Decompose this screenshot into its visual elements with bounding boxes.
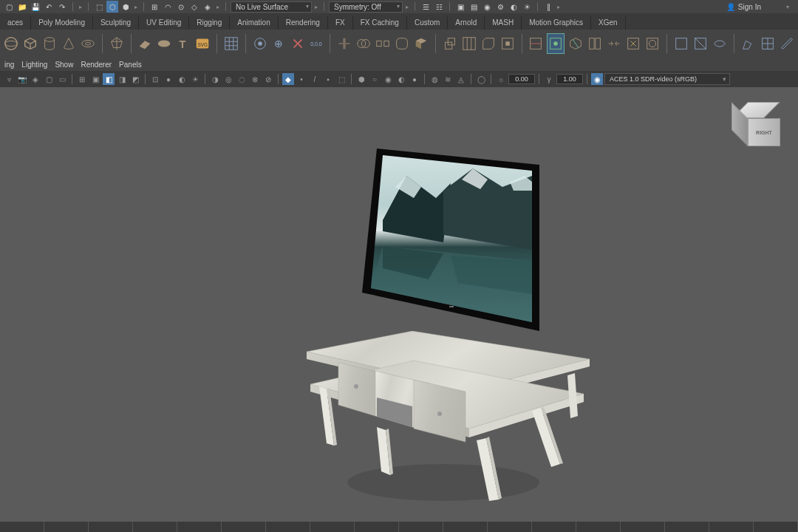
all-lights-icon[interactable]: ◉ (382, 73, 394, 85)
poly-cube-icon[interactable] (22, 33, 38, 54)
tab-sculpting[interactable]: Sculpting (93, 16, 139, 30)
tab-rendering[interactable]: Rendering (279, 16, 328, 30)
tab-custom[interactable]: Custom (407, 16, 448, 30)
poly-disc-icon[interactable] (156, 33, 172, 54)
camera-settings-icon[interactable]: 📷 (16, 73, 28, 85)
live-surface-dropdown[interactable]: No Live Surface (231, 1, 312, 13)
viewcube-front-label[interactable]: RIGHT (748, 118, 780, 146)
hypershade-icon[interactable]: ◐ (508, 1, 519, 13)
safe-action-icon[interactable]: ◩ (129, 73, 141, 85)
retopo-icon[interactable] (760, 33, 776, 54)
paint-select-icon[interactable]: ⬢ (120, 1, 132, 13)
select-tool-icon[interactable]: ⬚ (93, 1, 105, 13)
bookmark-icon[interactable]: ◈ (30, 73, 41, 85)
gamma-icon[interactable]: γ (543, 73, 555, 85)
depth-of-field-icon[interactable]: ◯ (475, 73, 487, 85)
crease-icon[interactable] (692, 33, 709, 54)
extrude-icon[interactable] (442, 33, 458, 54)
ipr-render-icon[interactable]: ◉ (481, 1, 493, 13)
field-chart-icon[interactable]: ◨ (116, 73, 128, 85)
face-mode-icon[interactable]: ▪ (322, 73, 334, 85)
xray-icon[interactable]: ◌ (236, 73, 248, 85)
edge-mode-icon[interactable]: / (309, 73, 321, 85)
exposure-icon[interactable]: ☼ (495, 73, 507, 85)
tab-animation[interactable]: Animation (230, 16, 278, 30)
history-off-icon[interactable]: ☷ (433, 1, 445, 13)
mirror-icon[interactable] (336, 33, 352, 54)
tab-motion-graphics[interactable]: Motion Graphics (522, 16, 591, 30)
poly-plane-icon[interactable] (137, 33, 153, 54)
multi-icon[interactable]: ⬢ (355, 73, 367, 85)
shadows-icon[interactable]: ◑ (209, 73, 221, 85)
collapse-icon[interactable] (625, 33, 641, 54)
symmetry-dropdown[interactable]: Symmetry: Off (329, 1, 403, 13)
xray-components-icon[interactable]: ⊘ (262, 73, 274, 85)
smooth-proxy-icon[interactable] (644, 33, 661, 54)
connect-icon[interactable] (567, 33, 584, 54)
boolean-icon[interactable] (413, 33, 429, 54)
tab-mash[interactable]: MASH (485, 16, 522, 30)
detach-icon[interactable] (587, 33, 603, 54)
platonic-icon[interactable] (109, 33, 125, 54)
panel-menu-show[interactable]: Show (55, 61, 73, 69)
open-scene-icon[interactable]: 📁 (16, 1, 28, 13)
image-plane-icon[interactable]: ▢ (43, 73, 55, 85)
svg-icon[interactable]: SVG (194, 33, 211, 54)
save-scene-icon[interactable]: 💾 (30, 1, 41, 13)
table-object[interactable] (303, 346, 598, 494)
snap-point-icon[interactable]: ⊙ (175, 1, 187, 13)
combine-icon[interactable] (355, 33, 372, 54)
poly-sphere-icon[interactable] (3, 33, 19, 54)
tab-fx-caching[interactable]: FX Caching (353, 16, 407, 30)
uv-mode-icon[interactable]: ⬚ (335, 73, 347, 85)
panel-menu-shading[interactable]: ing (4, 61, 14, 69)
gate-mask-icon[interactable]: ◧ (103, 73, 115, 85)
soft-select-icon[interactable] (252, 33, 268, 54)
multicut-icon[interactable] (528, 33, 544, 54)
new-scene-icon[interactable]: ▢ (3, 1, 15, 13)
delete-history-icon[interactable] (290, 33, 306, 54)
panel-menu-lighting[interactable]: Lighting (21, 61, 47, 69)
separate-icon[interactable] (375, 33, 391, 54)
edge-flow-icon[interactable] (712, 33, 728, 54)
snap-grid-icon[interactable]: ⊞ (149, 1, 160, 13)
viewport[interactable]: RIGHT (0, 87, 798, 522)
object-mode-icon[interactable]: ◆ (282, 73, 294, 85)
render-frame-icon[interactable]: ▤ (468, 1, 480, 13)
reset-pivot-icon[interactable]: ⊕ (271, 33, 287, 54)
tab-surfaces[interactable]: aces (0, 16, 31, 30)
signin-button[interactable]: 👤 Sign In ▾ (720, 3, 795, 11)
textured-icon[interactable]: ◐ (176, 73, 188, 85)
tab-uv-editing[interactable]: UV Editing (139, 16, 189, 30)
panel-menu-renderer[interactable]: Renderer (81, 61, 112, 69)
lasso-select-icon[interactable]: ⬡ (106, 1, 118, 13)
pause-icon[interactable]: ‖ (542, 1, 554, 13)
select-camera-icon[interactable]: ▿ (3, 73, 15, 85)
fill-hole-icon[interactable] (499, 33, 516, 54)
tv-object[interactable]: ▬ (340, 146, 547, 331)
bridge-icon[interactable] (461, 33, 477, 54)
ssao-icon[interactable]: ◍ (429, 73, 440, 85)
poly-cylinder-icon[interactable] (41, 33, 58, 54)
wireframe-icon[interactable]: ⊡ (149, 73, 161, 85)
grid-icon[interactable]: ⊞ (76, 73, 88, 85)
render-settings-icon[interactable]: ⚙ (494, 1, 506, 13)
poly-torus-icon[interactable] (80, 33, 96, 54)
xray-joints-icon[interactable]: ⊗ (249, 73, 261, 85)
tab-arnold[interactable]: Arnold (448, 16, 485, 30)
smooth-icon[interactable] (394, 33, 410, 54)
motion-blur-icon[interactable]: ≋ (442, 73, 454, 85)
history-icon[interactable]: ☰ (420, 1, 432, 13)
target-weld-icon[interactable] (547, 33, 565, 54)
timeline[interactable] (0, 522, 798, 532)
use-all-lights-icon[interactable]: ☀ (189, 73, 201, 85)
snap-live-icon[interactable]: ◈ (202, 1, 214, 13)
redo-icon[interactable]: ↷ (56, 1, 68, 13)
viewcube[interactable]: RIGHT (732, 102, 783, 154)
snap-plane-icon[interactable]: ◇ (188, 1, 200, 13)
no-light-icon[interactable]: ● (409, 73, 420, 85)
gamma-input[interactable] (556, 74, 583, 84)
tab-xgen[interactable]: XGen (591, 16, 626, 30)
color-management-icon[interactable]: ◉ (591, 73, 603, 85)
freeze-transform-icon[interactable]: 0,0,0 (309, 33, 324, 54)
